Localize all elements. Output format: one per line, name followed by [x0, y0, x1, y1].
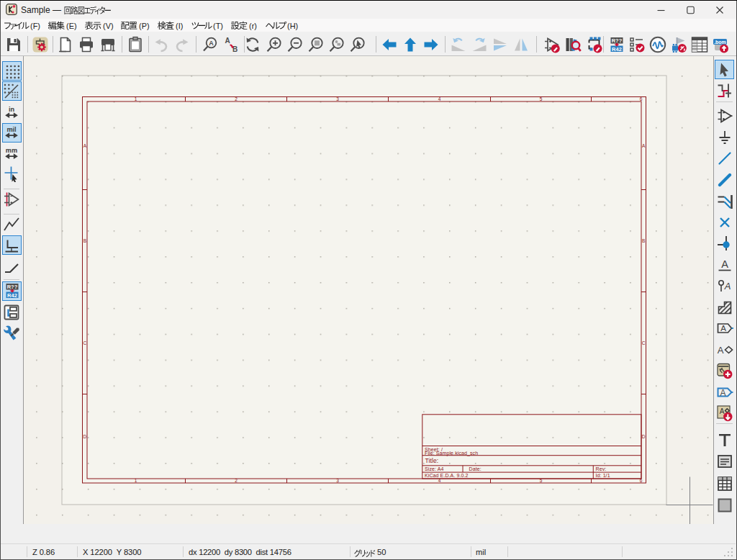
svg-text:5: 5	[540, 96, 543, 101]
svg-text:A: A	[83, 143, 87, 148]
svg-text:A: A	[209, 40, 214, 47]
svg-text:A: A	[720, 324, 726, 333]
svg-text:1: 1	[135, 96, 137, 101]
svg-text:6: 6	[640, 96, 643, 101]
svg-text:B: B	[83, 238, 86, 243]
svg-text:C: C	[83, 340, 86, 346]
svg-text:Size: A4: Size: A4	[425, 466, 443, 471]
svg-text:A: A	[721, 258, 728, 269]
svg-text:.bom: .bom	[714, 39, 726, 44]
svg-text:3: 3	[336, 96, 339, 101]
svg-text:2: 2	[235, 478, 238, 483]
svg-text:Title:: Title:	[425, 457, 439, 464]
svg-text:R??: R??	[7, 284, 18, 290]
svg-text:R42: R42	[7, 292, 17, 299]
svg-text:1: 1	[135, 478, 137, 483]
svg-text:mm: mm	[6, 147, 17, 154]
svg-text:KiCad E.D.A. 9.0.2: KiCad E.D.A. 9.0.2	[425, 473, 469, 478]
svg-text:D: D	[642, 434, 646, 439]
svg-text:A: A	[225, 37, 230, 45]
svg-text:2: 2	[235, 96, 238, 101]
svg-text:4: 4	[438, 96, 441, 101]
svg-text:C: C	[642, 340, 646, 346]
svg-text:mil: mil	[6, 126, 16, 133]
svg-text:Date:: Date:	[469, 466, 481, 471]
svg-text:R42: R42	[612, 45, 622, 52]
svg-text:A: A	[642, 143, 646, 148]
svg-text:B: B	[642, 238, 645, 243]
svg-text:A: A	[717, 345, 723, 356]
svg-text:Rev:: Rev:	[596, 466, 607, 471]
svg-text:A: A	[720, 387, 725, 397]
svg-text:R??: R??	[612, 37, 623, 44]
svg-text:in: in	[9, 106, 15, 113]
svg-text:3: 3	[336, 478, 339, 483]
svg-text:Id: 1/1: Id: 1/1	[596, 473, 610, 478]
svg-text:A: A	[723, 281, 731, 292]
svg-text:File: Sample.kicad_sch: File: Sample.kicad_sch	[425, 451, 478, 456]
svg-text:D: D	[83, 434, 86, 439]
svg-text:A: A	[719, 407, 724, 415]
